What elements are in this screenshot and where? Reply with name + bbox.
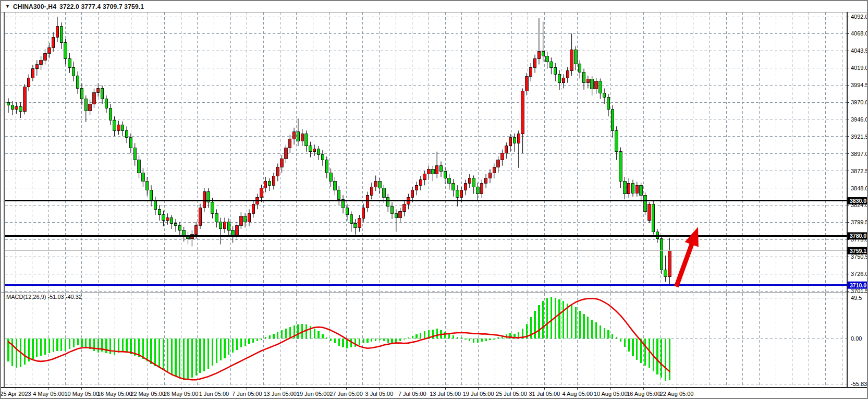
price-axis-label: 4068.0 — [851, 30, 868, 37]
macd-scale-label: 49.5 — [851, 295, 862, 301]
macd-bar — [60, 338, 62, 351]
macd-bar — [81, 338, 82, 347]
macd-bar — [154, 338, 156, 366]
candle — [346, 208, 348, 214]
candle — [660, 239, 663, 270]
candle — [484, 178, 487, 183]
macd-bar — [669, 338, 670, 380]
macd-bar — [632, 338, 633, 356]
candle — [439, 166, 442, 172]
macd-bar — [616, 337, 617, 338]
candle — [501, 153, 504, 160]
macd-bar — [24, 338, 26, 365]
candle — [668, 251, 671, 277]
macd-bar — [212, 338, 213, 366]
candle — [72, 67, 75, 76]
macd-bar — [342, 338, 344, 347]
candle — [338, 190, 340, 200]
arrow-up-icon[interactable] — [669, 224, 705, 289]
candle — [170, 217, 173, 223]
candle — [223, 222, 226, 228]
time-axis[interactable]: 25 Apr 20234 May 05:0010 May 05:0016 May… — [1, 388, 693, 397]
candle — [595, 81, 597, 89]
candle — [497, 160, 499, 167]
macd-scale-label: 0.00 — [851, 335, 862, 342]
macd-bar — [16, 338, 17, 368]
macd-bar — [558, 299, 560, 338]
candle — [648, 204, 651, 221]
candle — [52, 37, 54, 47]
macd-bar — [232, 338, 234, 353]
macd-bar — [256, 338, 258, 341]
annotation-arrow[interactable] — [669, 224, 705, 289]
chart-canvas[interactable]: 4092.04068.04043.54019.03994.53970.03946… — [1, 1, 868, 399]
macd-bar — [399, 338, 401, 341]
macd-bar — [420, 333, 421, 338]
macd-indicator-label: MACD(12,26,9) -51.03 -40.32 — [6, 294, 82, 300]
candle — [19, 106, 22, 111]
macd-bar — [371, 338, 372, 342]
price-axis-label: 3897.0 — [851, 151, 868, 157]
candle — [260, 188, 263, 198]
candle — [537, 51, 540, 59]
macd-bar — [387, 338, 389, 343]
macd-bar — [150, 338, 152, 364]
candle — [362, 208, 365, 218]
candle — [129, 138, 132, 148]
macd-bar — [240, 338, 242, 347]
candle — [31, 69, 34, 78]
macd-bar — [485, 338, 487, 341]
chart-title-bar: ▼ CHINA300-,H4 3722.0 3777.4 3709.7 3759… — [1, 1, 867, 12]
candle — [624, 181, 626, 194]
chart-menu-dropdown-icon[interactable]: ▼ — [5, 4, 10, 9]
candle — [611, 110, 614, 130]
macd-bar — [69, 338, 70, 349]
candle — [227, 222, 230, 230]
candle — [248, 213, 250, 222]
candle — [517, 134, 520, 143]
candle — [142, 173, 144, 181]
macd-bar — [489, 338, 491, 340]
candle — [84, 99, 87, 111]
time-axis-label: 3 Jul 05:00 — [365, 391, 393, 397]
candle — [138, 160, 140, 173]
candle — [329, 173, 332, 181]
candle — [101, 88, 103, 99]
candle — [607, 98, 609, 110]
macd-bar — [273, 334, 274, 338]
candle — [301, 134, 303, 141]
candle — [460, 190, 462, 197]
macd-scale-label: -55.83 — [851, 381, 867, 387]
candle — [562, 78, 565, 82]
macd-bar — [404, 338, 405, 340]
macd-bar — [252, 338, 254, 343]
time-axis-label: 10 May 05:00 — [64, 391, 99, 397]
price-tag-label: 3759.1 — [850, 248, 866, 254]
macd-bar — [281, 330, 283, 338]
candle — [15, 106, 18, 109]
candle — [652, 204, 654, 232]
macd-bar — [665, 338, 666, 381]
candle — [113, 120, 116, 130]
candle — [11, 105, 14, 110]
arrow-shaft — [674, 241, 695, 288]
time-axis-label: 7 Jul 05:00 — [398, 391, 426, 397]
price-axis-label: 4043.5 — [851, 47, 868, 54]
macd-bar — [607, 330, 609, 338]
candle — [48, 47, 51, 53]
macd-bar — [636, 338, 638, 360]
candle — [215, 213, 218, 222]
candle — [386, 197, 389, 207]
mt4-chart-window: ▼ CHINA300-,H4 3722.0 3777.4 3709.7 3759… — [0, 0, 868, 399]
macd-bar — [175, 338, 176, 376]
macd-bar — [542, 301, 544, 338]
macd-bar — [408, 337, 409, 338]
macd-bar — [248, 338, 250, 344]
time-axis-label: 16 May 05:00 — [97, 391, 132, 397]
candle — [635, 185, 638, 193]
candle — [599, 81, 602, 93]
candle — [211, 202, 214, 214]
macd-bar — [118, 338, 119, 353]
candle — [243, 216, 246, 222]
time-axis-label: 4 May 05:00 — [33, 391, 65, 397]
